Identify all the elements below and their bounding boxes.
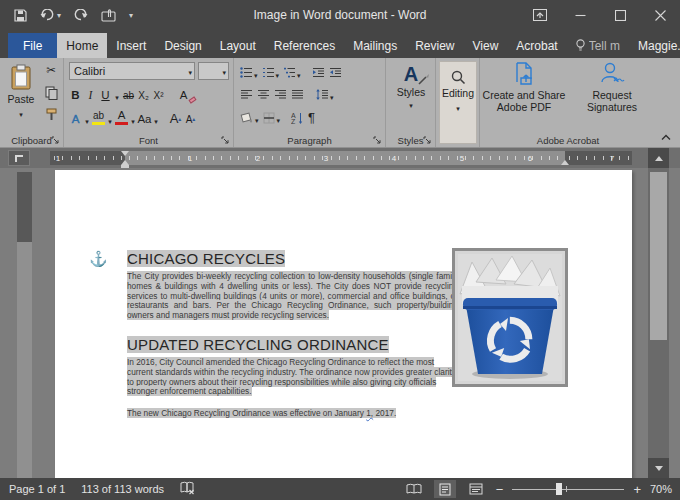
tab-layout[interactable]: Layout xyxy=(211,33,265,58)
styles-dialog-launcher[interactable] xyxy=(423,136,432,145)
shading-dropdown-icon[interactable] xyxy=(255,109,259,127)
scrollbar-down-button[interactable] xyxy=(648,458,669,478)
undo-button[interactable]: ▾ xyxy=(40,9,61,21)
align-center-button[interactable] xyxy=(256,85,271,104)
format-painter-button[interactable] xyxy=(42,106,60,123)
italic-button[interactable]: I xyxy=(83,84,98,104)
font-color-dropdown-icon[interactable] xyxy=(129,108,137,128)
tab-mailings[interactable]: Mailings xyxy=(344,33,406,58)
copy-button[interactable] xyxy=(42,84,60,101)
bullets-button[interactable] xyxy=(239,63,259,82)
change-case-button[interactable]: Aa xyxy=(137,108,152,128)
underline-button[interactable]: U xyxy=(98,84,113,104)
request-signatures-button[interactable]: Request Signatures xyxy=(570,62,654,132)
line-spacing-dropdown-icon[interactable] xyxy=(330,86,334,104)
vertical-ruler[interactable] xyxy=(17,172,32,478)
document-paragraph-2[interactable]: In 2016, City Council amended the Chicag… xyxy=(127,358,458,397)
styles-dropdown-icon[interactable] xyxy=(409,98,413,110)
tab-stop-selector[interactable] xyxy=(8,150,30,166)
tab-file[interactable]: File xyxy=(8,33,57,58)
user-account[interactable]: Maggie... xyxy=(629,33,680,58)
shrink-font-button[interactable]: A xyxy=(183,108,198,128)
recycle-bin-image[interactable] xyxy=(452,248,568,387)
font-name-select[interactable]: Calibri xyxy=(69,62,195,80)
web-layout-button[interactable] xyxy=(465,480,487,498)
close-button[interactable] xyxy=(640,0,680,30)
align-right-button[interactable] xyxy=(273,85,288,104)
font-color-button[interactable]: A xyxy=(114,108,129,128)
borders-button[interactable] xyxy=(262,108,282,127)
bold-button[interactable]: B xyxy=(68,84,83,104)
document-heading-2[interactable]: UPDATED RECYCLING ORDINANCE xyxy=(127,334,458,355)
document-page[interactable]: ⚓ CHICAGO RECYCLES The City provides bi-… xyxy=(55,170,632,478)
right-indent-marker[interactable] xyxy=(561,160,569,165)
maximize-button[interactable] xyxy=(600,0,640,30)
first-line-indent-marker[interactable] xyxy=(121,151,129,156)
document-paragraph-1[interactable]: The City provides bi-weekly recycling co… xyxy=(127,272,458,321)
multilevel-dropdown-icon[interactable] xyxy=(297,64,301,82)
increase-indent-button[interactable] xyxy=(328,63,343,82)
read-mode-button[interactable] xyxy=(403,480,425,498)
text-highlight-button[interactable]: ab xyxy=(91,108,106,128)
tab-design[interactable]: Design xyxy=(155,33,210,58)
line-spacing-button[interactable] xyxy=(314,85,335,104)
shading-button[interactable] xyxy=(239,108,260,127)
cut-button[interactable]: ✂ xyxy=(42,62,60,79)
proofing-errors-icon[interactable] xyxy=(180,481,195,497)
tab-acrobat[interactable]: Acrobat xyxy=(507,33,566,58)
zoom-out-button[interactable]: − xyxy=(496,483,504,496)
sort-button[interactable]: AZ xyxy=(290,108,305,127)
undo-dropdown-icon[interactable]: ▾ xyxy=(57,11,61,20)
styles-button[interactable]: A Styles xyxy=(389,62,433,130)
bullets-dropdown-icon[interactable] xyxy=(254,64,258,82)
multilevel-list-button[interactable] xyxy=(282,63,302,82)
minimize-button[interactable] xyxy=(560,0,600,30)
save-icon[interactable] xyxy=(14,9,27,22)
print-layout-button[interactable] xyxy=(434,480,456,498)
decrease-indent-button[interactable] xyxy=(311,63,326,82)
strikethrough-button[interactable]: ab xyxy=(121,84,136,104)
font-name-dropdown-icon[interactable] xyxy=(188,65,194,77)
paragraph-dialog-launcher[interactable] xyxy=(373,136,382,145)
font-size-select[interactable] xyxy=(198,62,229,80)
tab-references[interactable]: References xyxy=(265,33,344,58)
show-formatting-marks-button[interactable]: ¶ xyxy=(307,108,316,127)
document-text-column[interactable]: CHICAGO RECYCLES The City provides bi-we… xyxy=(127,248,458,419)
editing-dropdown-icon[interactable] xyxy=(456,101,460,113)
numbering-button[interactable] xyxy=(261,63,281,82)
vertical-scrollbar-thumb[interactable] xyxy=(650,172,667,340)
font-dialog-launcher[interactable] xyxy=(221,136,230,145)
scrollbar-up-button[interactable] xyxy=(648,148,669,168)
redo-button[interactable] xyxy=(74,9,88,21)
change-case-dropdown-icon[interactable] xyxy=(152,108,160,128)
text-effects-button[interactable]: A xyxy=(68,108,83,128)
font-size-dropdown-icon[interactable] xyxy=(222,65,228,77)
tab-insert[interactable]: Insert xyxy=(107,33,155,58)
word-count[interactable]: 113 of 113 words xyxy=(81,483,164,495)
highlight-dropdown-icon[interactable] xyxy=(106,108,114,128)
paste-dropdown-icon[interactable] xyxy=(19,107,23,119)
grow-font-button[interactable]: A xyxy=(168,108,183,128)
align-left-button[interactable] xyxy=(239,85,254,104)
qat-customize-icon[interactable]: ▾ xyxy=(129,11,133,20)
horizontal-ruler[interactable]: 1 1 2 3 4 5 6 7 xyxy=(50,151,632,165)
superscript-button[interactable]: X² xyxy=(151,84,166,104)
paste-button[interactable]: Paste xyxy=(4,64,38,130)
editing-button[interactable]: Editing xyxy=(439,61,477,144)
subscript-button[interactable]: X₂ xyxy=(136,84,151,104)
text-effects-dropdown-icon[interactable] xyxy=(83,108,91,128)
tell-me-box[interactable]: Tell m xyxy=(567,33,629,58)
tab-review[interactable]: Review xyxy=(406,33,463,58)
create-and-share-adobe-pdf-button[interactable]: Create and Share Adobe PDF xyxy=(482,62,566,132)
underline-dropdown-icon[interactable] xyxy=(113,84,121,104)
ribbon-display-options-button[interactable] xyxy=(520,0,560,30)
tab-view[interactable]: View xyxy=(464,33,508,58)
borders-dropdown-icon[interactable] xyxy=(277,109,281,127)
document-paragraph-3[interactable]: The new Chicago Recycling Ordinance was … xyxy=(127,409,458,419)
tab-home[interactable]: Home xyxy=(57,33,107,58)
justify-button[interactable] xyxy=(290,85,305,104)
zoom-slider-thumb[interactable] xyxy=(556,483,562,495)
zoom-in-button[interactable]: + xyxy=(633,483,641,496)
document-heading-1[interactable]: CHICAGO RECYCLES xyxy=(127,248,458,269)
clear-formatting-button[interactable]: A xyxy=(176,84,191,104)
